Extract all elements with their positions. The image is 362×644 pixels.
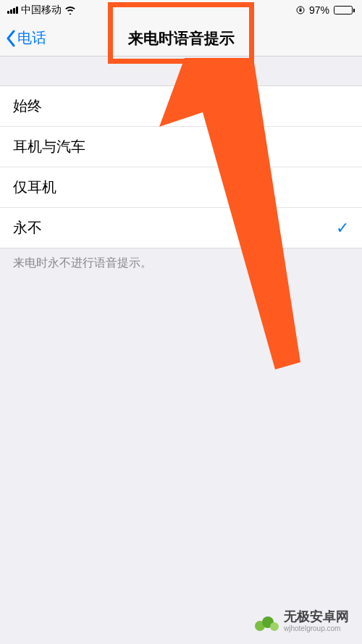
status-bar-right: 97%: [296, 4, 355, 16]
svg-point-5: [270, 622, 279, 631]
wifi-icon: [64, 6, 76, 14]
watermark-title: 无极安卓网: [284, 610, 349, 624]
option-row-always[interactable]: 始终: [0, 86, 362, 127]
back-button-label: 电话: [17, 28, 46, 48]
signal-icon: [7, 7, 18, 14]
footer-description: 来电时永不进行语音提示。: [0, 248, 362, 278]
back-button[interactable]: 电话: [0, 28, 46, 48]
watermark-url: wjhotelgroup.com: [284, 624, 349, 632]
checkmark-icon: ✓: [336, 219, 349, 238]
option-label: 永不: [13, 218, 42, 238]
navigation-bar: 电话 来电时语音提示: [0, 20, 362, 57]
option-row-headphones-only[interactable]: 仅耳机: [0, 167, 362, 208]
battery-icon: [334, 6, 355, 14]
watermark: 无极安卓网 wjhotelgroup.com: [253, 610, 349, 632]
option-row-never[interactable]: 永不 ✓: [0, 208, 362, 248]
options-list: 始终 耳机与汽车 仅耳机 永不 ✓: [0, 85, 362, 248]
watermark-text: 无极安卓网 wjhotelgroup.com: [284, 610, 349, 632]
battery-percent-label: 97%: [309, 4, 329, 16]
option-row-headphones-car[interactable]: 耳机与汽车: [0, 127, 362, 167]
page-title: 来电时语音提示: [128, 28, 235, 49]
status-bar: 中国移动 97%: [0, 0, 362, 20]
option-label: 耳机与汽车: [13, 137, 85, 156]
orientation-lock-icon: [296, 6, 305, 14]
carrier-label: 中国移动: [21, 4, 62, 17]
watermark-logo-icon: [253, 611, 279, 632]
option-label: 仅耳机: [13, 177, 56, 197]
option-label: 始终: [13, 96, 42, 116]
svg-rect-1: [299, 9, 301, 12]
chevron-left-icon: [6, 30, 16, 47]
status-bar-left: 中国移动: [7, 4, 76, 17]
